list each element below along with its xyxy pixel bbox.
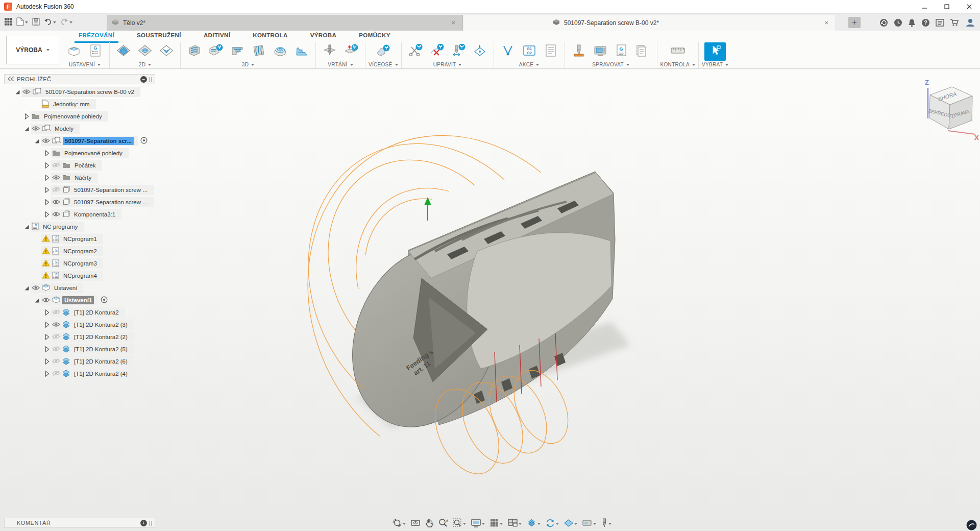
- tree-item-label[interactable]: NCprogram1: [61, 235, 99, 243]
- multiaxis-plug-button[interactable]: [373, 42, 394, 61]
- machine-visibility-button[interactable]: [581, 518, 598, 529]
- undo-button[interactable]: [42, 16, 58, 29]
- user-avatar-icon[interactable]: [965, 17, 976, 28]
- setup-sheet-button[interactable]: [540, 42, 561, 61]
- visibility-eye-on-icon[interactable]: [32, 285, 40, 292]
- close-button[interactable]: [959, 0, 980, 13]
- templates-button[interactable]: [632, 42, 654, 61]
- tree-expanded-arrow-icon[interactable]: [33, 298, 41, 303]
- workspace-selector[interactable]: VÝROBA: [6, 36, 59, 64]
- job-status-icon[interactable]: [879, 18, 888, 27]
- tree-row[interactable]: Jednotky: mm: [4, 98, 173, 110]
- tree-row[interactable]: Ustavení: [4, 282, 173, 294]
- tree-item-label[interactable]: Modely: [53, 125, 76, 133]
- parallel3d-button[interactable]: [248, 42, 270, 61]
- tree-row[interactable]: [T1] 2D Kontura2 (4): [4, 368, 173, 380]
- toolchange-plug-button[interactable]: [448, 42, 469, 61]
- regenerate-button[interactable]: [544, 518, 560, 529]
- ribbon-group-label[interactable]: AKCE: [519, 61, 539, 68]
- adaptive3d-button[interactable]: [184, 42, 205, 61]
- tree-row[interactable]: Ustavení1: [4, 294, 173, 306]
- tree-row[interactable]: GNCprogram3: [4, 257, 173, 270]
- ribbon-tab-soustružení[interactable]: SOUSTRUŽENÍ: [126, 31, 192, 42]
- delete-plug-button[interactable]: [426, 42, 448, 61]
- tree-row[interactable]: GNCprogram2: [4, 245, 173, 257]
- learning-panel-icon[interactable]: [936, 19, 944, 27]
- simulate-button[interactable]: [497, 42, 519, 61]
- visibility-eye-on-icon[interactable]: [42, 138, 50, 144]
- ribbon-tab-výroba[interactable]: VÝROBA: [299, 31, 348, 42]
- activate-target-icon[interactable]: [101, 296, 108, 304]
- tree-collapsed-arrow-icon[interactable]: [43, 371, 51, 377]
- tree-item-label[interactable]: NCprogram4: [61, 272, 99, 280]
- pocket3d-plug-button[interactable]: [205, 42, 227, 61]
- panel-resize-grip[interactable]: ||: [149, 520, 153, 526]
- steep-shallow-button[interactable]: [227, 42, 248, 61]
- trim-plug-button[interactable]: [405, 42, 426, 61]
- tree-collapsed-arrow-icon[interactable]: [43, 309, 51, 316]
- tree-expanded-arrow-icon[interactable]: [13, 89, 21, 95]
- look-at-button[interactable]: [409, 518, 422, 529]
- pan-button[interactable]: [424, 518, 435, 529]
- zoom-button[interactable]: ±: [437, 518, 449, 529]
- tree-item-label[interactable]: [T1] 2D Kontura2 (4): [72, 370, 130, 378]
- ribbon-group-label[interactable]: 3D: [242, 61, 254, 68]
- app-grid-button[interactable]: [3, 16, 14, 29]
- visibility-eye-off-icon[interactable]: [52, 186, 60, 194]
- tree-collapsed-arrow-icon[interactable]: [43, 322, 51, 328]
- browser-panel-header[interactable]: PROHLÍŽEČ − ||: [4, 74, 155, 84]
- viewports-button[interactable]: [506, 518, 523, 529]
- nc-program-doc-button[interactable]: G: [85, 42, 106, 61]
- tree-item-label[interactable]: Jednotky: mm: [51, 100, 92, 108]
- tree-collapsed-arrow-icon[interactable]: [43, 211, 51, 218]
- tree-row[interactable]: [T1] 2D Kontura2 (6): [4, 355, 173, 368]
- tree-row[interactable]: [T1] 2D Kontura2 (2): [4, 331, 173, 343]
- ribbon-group-label[interactable]: KONTROLA: [660, 61, 695, 68]
- tree-item-label[interactable]: NCprogram2: [61, 247, 99, 255]
- panel-resize-grip[interactable]: ||: [149, 77, 153, 82]
- select-button[interactable]: [704, 42, 726, 61]
- chevrons-left-icon[interactable]: [8, 77, 15, 82]
- tree-item-label[interactable]: [T1] 2D Kontura2 (2): [72, 333, 130, 341]
- tool-library-button[interactable]: [568, 42, 590, 61]
- tree-item-label[interactable]: Ustavení: [52, 284, 79, 292]
- visibility-eye-off-icon[interactable]: [52, 370, 60, 377]
- tree-row[interactable]: 501097-Separation screw ...: [4, 196, 173, 208]
- visibility-eye-on-icon[interactable]: [42, 297, 50, 304]
- drill-button[interactable]: [319, 42, 340, 61]
- tree-collapsed-arrow-icon[interactable]: [43, 187, 51, 193]
- display-settings-button[interactable]: [470, 518, 486, 529]
- tree-row[interactable]: Komponenta3:1: [4, 208, 173, 221]
- redo-button[interactable]: [59, 16, 74, 29]
- grid-settings-button[interactable]: [488, 518, 504, 529]
- morph3d-button[interactable]: [291, 42, 312, 61]
- visibility-eye-on-icon[interactable]: [52, 199, 60, 206]
- tree-row[interactable]: [T1] 2D Kontura2: [4, 306, 173, 319]
- tree-item-label[interactable]: [T1] 2D Kontura2: [72, 308, 121, 317]
- save-button[interactable]: [31, 16, 41, 29]
- comment-bar[interactable]: KOMENTÁŘ + ||: [4, 518, 155, 528]
- pocket2d-button[interactable]: [113, 42, 134, 61]
- collapse-all-icon[interactable]: −: [140, 76, 147, 83]
- tree-item-label[interactable]: 501097-Separation screw B-00 v2: [43, 88, 136, 96]
- tree-item-label[interactable]: NC programy: [41, 223, 80, 231]
- visibility-eye-off-icon[interactable]: [52, 333, 60, 341]
- toolpath-visibility-button[interactable]: [525, 518, 542, 529]
- tree-collapsed-arrow-icon[interactable]: [43, 358, 51, 365]
- ribbon-tab-frézování[interactable]: FRÉZOVÁNÍ: [67, 31, 126, 42]
- tree-item-label[interactable]: [T1] 2D Kontura2 (3): [72, 321, 130, 329]
- contour2d-button[interactable]: [156, 42, 177, 61]
- viewcube[interactable]: SHORA ZEPŘEDU ZPRAVA Z X: [916, 77, 980, 140]
- tree-item-label[interactable]: 501097-Separation screw ...: [72, 198, 150, 206]
- tree-collapsed-arrow-icon[interactable]: [43, 334, 51, 340]
- file-new-button[interactable]: [15, 16, 30, 29]
- tree-row[interactable]: Náčrty: [4, 172, 173, 184]
- setup-button[interactable]: [63, 42, 85, 61]
- new-tab-button[interactable]: +: [848, 17, 861, 28]
- probe-button[interactable]: [469, 42, 491, 61]
- tree-collapsed-arrow-icon[interactable]: [43, 175, 51, 181]
- stock-visibility-button[interactable]: [562, 518, 579, 529]
- tree-row[interactable]: Pojmenované pohledy: [4, 110, 173, 123]
- post-library-button[interactable]: G: [611, 42, 632, 61]
- tree-row[interactable]: [T1] 2D Kontura2 (3): [4, 319, 173, 331]
